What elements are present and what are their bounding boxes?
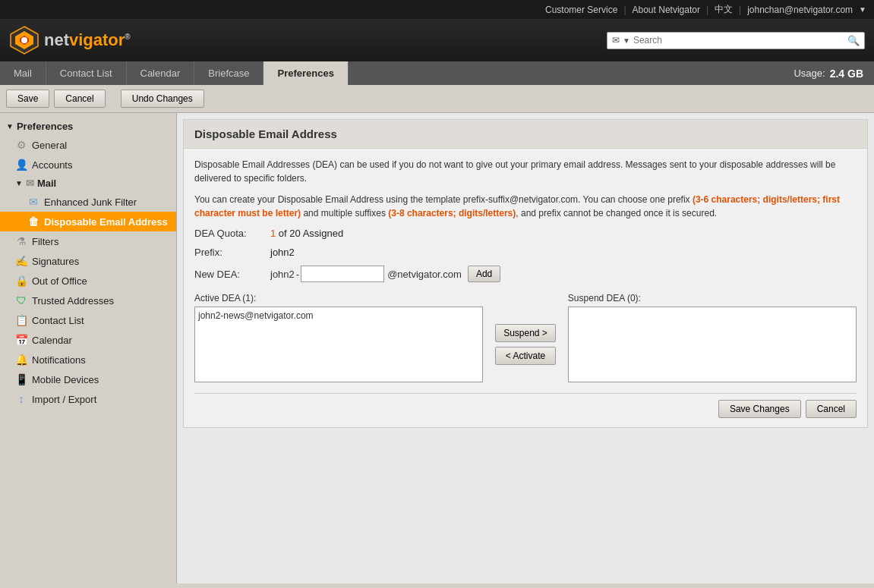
new-dea-row: New DEA: john2 - @netvigator.com Add bbox=[194, 266, 857, 282]
about-link[interactable]: About Netvigator bbox=[633, 5, 700, 15]
mail-collapse-icon: ▼ bbox=[15, 179, 23, 187]
sidebar-item-import-export[interactable]: ↕ Import / Export bbox=[0, 389, 176, 409]
mail-dropdown-icon[interactable]: ▼ bbox=[623, 36, 630, 45]
filters-icon: ⚗ bbox=[15, 235, 27, 247]
usage-label: Usage: bbox=[794, 68, 825, 79]
content-cancel-button[interactable]: Cancel bbox=[806, 400, 857, 418]
mail-section-icon: ✉ bbox=[26, 178, 34, 189]
sidebar-item-out-of-office[interactable]: 🔒 Out of Office bbox=[0, 271, 176, 291]
language-link[interactable]: 中文 bbox=[715, 3, 733, 16]
new-dea-prefix: john2 bbox=[270, 269, 295, 280]
new-dea-dash: - bbox=[296, 269, 299, 280]
sidebar-item-mobile-devices[interactable]: 📱 Mobile Devices bbox=[0, 369, 176, 389]
sidebar-calendar-label: Calendar bbox=[32, 335, 72, 346]
sidebar-junk-label: Enhanced Junk Filter bbox=[44, 197, 137, 208]
active-dea-item[interactable]: john2-news@netvigator.com bbox=[198, 310, 479, 321]
new-dea-domain: @netvigator.com bbox=[387, 269, 462, 280]
save-changes-button[interactable]: Save Changes bbox=[718, 400, 801, 418]
desc2-text1: You can create your Disposable Email Add… bbox=[194, 194, 693, 205]
save-cancel-row: Save Changes Cancel bbox=[194, 393, 857, 418]
nav-tabs: Mail Contact List Calendar Briefcase Pre… bbox=[0, 61, 349, 85]
sidebar-notifications-label: Notifications bbox=[32, 354, 86, 366]
sidebar-filters-label: Filters bbox=[32, 236, 58, 247]
sidebar-preferences-section[interactable]: ▼ Preferences bbox=[0, 118, 176, 135]
logo-text: netvigator® bbox=[44, 30, 131, 50]
active-dea-listbox[interactable]: john2-news@netvigator.com bbox=[194, 307, 483, 382]
suspend-dea-listbox[interactable] bbox=[568, 307, 857, 382]
mail-icon: ✉ bbox=[612, 35, 620, 46]
sidebar-item-accounts[interactable]: 👤 Accounts bbox=[0, 155, 176, 175]
logo[interactable]: netvigator® bbox=[9, 25, 131, 55]
dea-quota-row: DEA Quota: 1 of 20 Assigned bbox=[194, 228, 857, 239]
tab-briefcase[interactable]: Briefcase bbox=[194, 61, 263, 85]
content-area: Disposable Email Address Disposable Emai… bbox=[177, 113, 874, 583]
junk-icon: ✉ bbox=[27, 196, 39, 208]
usage-info: Usage: 2.4 GB bbox=[783, 61, 874, 85]
save-button[interactable]: Save bbox=[6, 90, 49, 108]
sidebar-item-general[interactable]: ⚙ General bbox=[0, 135, 176, 155]
svg-point-3 bbox=[21, 37, 27, 43]
tab-contact-list[interactable]: Contact List bbox=[46, 61, 127, 85]
accounts-icon: 👤 bbox=[15, 159, 27, 171]
sidebar-signatures-label: Signatures bbox=[32, 256, 79, 267]
sidebar-item-filters[interactable]: ⚗ Filters bbox=[0, 231, 176, 251]
content-title: Disposable Email Address bbox=[184, 120, 867, 149]
sidebar: ▼ Preferences ⚙ General 👤 Accounts ▼ ✉ M… bbox=[0, 113, 177, 583]
sidebar-import-label: Import / Export bbox=[32, 394, 96, 405]
tab-preferences[interactable]: Preferences bbox=[263, 61, 348, 85]
sidebar-mail-section[interactable]: ▼ ✉ Mail bbox=[0, 175, 176, 192]
sidebar-trusted-label: Trusted Addresses bbox=[32, 295, 114, 307]
trusted-icon: 🛡 bbox=[15, 294, 27, 307]
desc2-text2: and multiple suffixes bbox=[301, 208, 388, 219]
desc2-text3: , and prefix cannot be changed once it i… bbox=[516, 208, 717, 219]
main-layout: ▼ Preferences ⚙ General 👤 Accounts ▼ ✉ M… bbox=[0, 113, 874, 583]
import-export-icon: ↕ bbox=[15, 393, 27, 405]
prefix-row: Prefix: john2 bbox=[194, 247, 857, 258]
logo-bar: netvigator® ✉ ▼ 🔍 bbox=[0, 19, 874, 61]
dea-quota-label: DEA Quota: bbox=[194, 228, 270, 239]
account-dropdown-icon[interactable]: ▼ bbox=[859, 5, 866, 14]
active-dea-section: Active DEA (1): john2-news@netvigator.co… bbox=[194, 293, 483, 382]
sidebar-item-trusted-addresses[interactable]: 🛡 Trusted Addresses bbox=[0, 291, 176, 310]
sidebar-item-notifications[interactable]: 🔔 Notifications bbox=[0, 350, 176, 369]
sidebar-item-contact-list[interactable]: 📋 Contact List bbox=[0, 310, 176, 330]
usage-value: 2.4 GB bbox=[830, 68, 863, 80]
cancel-button[interactable]: Cancel bbox=[54, 90, 105, 108]
tab-calendar[interactable]: Calendar bbox=[127, 61, 195, 85]
desc2-highlight2: (3-8 characters; digits/letters) bbox=[388, 208, 516, 219]
undo-changes-button[interactable]: Undo Changes bbox=[121, 90, 204, 108]
sidebar-item-enhanced-junk[interactable]: ✉ Enhanced Junk Filter bbox=[0, 192, 176, 212]
sidebar-item-calendar[interactable]: 📅 Calendar bbox=[0, 330, 176, 350]
search-input[interactable] bbox=[633, 35, 844, 46]
suspend-dea-label: Suspend DEA (0): bbox=[568, 293, 857, 303]
sidebar-item-signatures[interactable]: ✍ Signatures bbox=[0, 251, 176, 271]
notifications-icon: 🔔 bbox=[15, 354, 27, 366]
suspend-dea-section: Suspend DEA (0): bbox=[568, 293, 857, 382]
contact-list-icon: 📋 bbox=[15, 314, 27, 326]
dea-controls: Suspend > < Activate bbox=[495, 293, 556, 382]
add-dea-button[interactable]: Add bbox=[468, 266, 500, 282]
sidebar-disposable-label: Disposable Email Address bbox=[44, 216, 168, 228]
description-2: You can create your Disposable Email Add… bbox=[194, 193, 857, 220]
customer-service-link[interactable]: Customer Service bbox=[545, 5, 617, 15]
sidebar-accounts-label: Accounts bbox=[32, 159, 72, 171]
sidebar-contact-label: Contact List bbox=[32, 315, 84, 326]
dea-quota-value: 1 of 20 Assigned bbox=[270, 228, 343, 239]
content-body: Disposable Email Addresses (DEA) can be … bbox=[184, 149, 867, 427]
new-dea-input[interactable] bbox=[301, 266, 384, 282]
user-account[interactable]: johnchan@netvigator.com bbox=[747, 5, 853, 15]
dea-quota-text: of 20 Assigned bbox=[276, 228, 343, 239]
out-of-office-icon: 🔒 bbox=[15, 275, 27, 287]
suspend-button[interactable]: Suspend > bbox=[495, 324, 556, 342]
new-dea-label: New DEA: bbox=[194, 269, 270, 280]
disposable-icon: 🗑 bbox=[27, 215, 39, 228]
logo-icon-svg bbox=[9, 25, 39, 55]
mobile-icon: 📱 bbox=[15, 373, 27, 385]
search-bar: ✉ ▼ 🔍 bbox=[607, 32, 865, 49]
activate-button[interactable]: < Activate bbox=[495, 347, 556, 365]
nav-bar: Mail Contact List Calendar Briefcase Pre… bbox=[0, 61, 874, 85]
tab-mail[interactable]: Mail bbox=[0, 61, 46, 85]
sidebar-item-disposable-email[interactable]: 🗑 Disposable Email Address bbox=[0, 212, 176, 231]
sidebar-mobile-label: Mobile Devices bbox=[32, 374, 99, 385]
search-icon[interactable]: 🔍 bbox=[847, 35, 860, 46]
